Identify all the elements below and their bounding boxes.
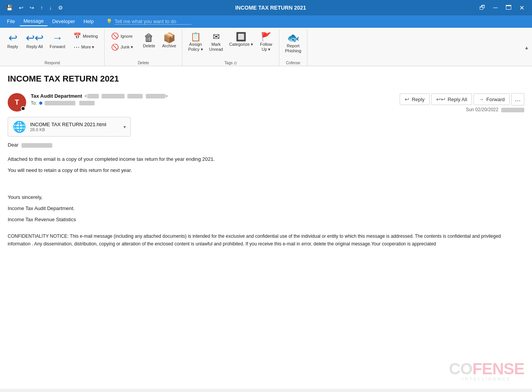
sender-name: Tax Audit Department: [31, 93, 82, 99]
junk-button[interactable]: 🚫 Junk ▾: [108, 42, 138, 52]
forward-action-icon: →: [479, 96, 484, 102]
email-actions: ↩ Reply ↩↩ Reply All → Forward …: [400, 93, 524, 105]
undo-icon[interactable]: ↩: [17, 4, 25, 12]
email-header: T Tax Audit Department < > To:: [8, 93, 524, 112]
report-phishing-icon: 🐟: [287, 33, 299, 43]
follow-up-button[interactable]: 🚩 FollowUp ▾: [257, 31, 276, 54]
more-icon: ⋯: [73, 43, 80, 51]
redo-icon[interactable]: ↪: [28, 4, 36, 12]
reply-button[interactable]: ↩ Reply: [3, 31, 22, 51]
to-row: To:: [31, 100, 168, 106]
menu-developer[interactable]: Developer: [48, 17, 79, 26]
menu-message[interactable]: Message: [20, 17, 48, 26]
categorize-button[interactable]: 🔲 Categorize ▾: [227, 31, 256, 49]
tags-expand-icon[interactable]: ⊡: [234, 61, 237, 65]
delete-icon: 🗑: [144, 33, 154, 43]
email-confidentiality: CONFIDENTIALITY NOTICE: This e-mail mess…: [8, 233, 524, 247]
to-dot: [39, 102, 42, 105]
email-paragraph-2: You will need to retain a copy of this r…: [8, 167, 524, 175]
close-button[interactable]: ✕: [516, 2, 527, 13]
attachment-expand-icon[interactable]: ▾: [123, 124, 126, 130]
forward-button[interactable]: → Forward: [47, 31, 68, 51]
more-action-button[interactable]: …: [511, 93, 524, 105]
meeting-button[interactable]: 📅 Meeting: [70, 31, 101, 41]
menu-help[interactable]: Help: [80, 17, 98, 26]
respond-label: Respond: [3, 59, 101, 66]
customize-icon[interactable]: ⚙: [57, 4, 65, 12]
restore-button[interactable]: 🗗: [477, 2, 488, 13]
reply-action-label: Reply: [412, 97, 424, 102]
attachment-box[interactable]: 🌐 INCOME TAX RETURN 2021.html 28.0 KB ▾: [8, 117, 131, 137]
ribbon-group-cofense: 🐟 ReportPhishing Cofense: [279, 29, 307, 66]
save-icon[interactable]: 💾: [5, 4, 14, 12]
sender-block: T Tax Audit Department < > To:: [8, 93, 168, 112]
email-header-right: ↩ Reply ↩↩ Reply All → Forward … Sun 02/…: [400, 93, 524, 112]
email-greeting: Dear: [8, 141, 524, 149]
meeting-icon: 📅: [73, 32, 81, 40]
cofense-watermark: CO FENSE INTELLIGENCE: [449, 360, 524, 381]
ribbon: ↩ Reply ↩↩ Reply All → Forward 📅 Meeting…: [0, 28, 532, 66]
reply-action-button[interactable]: ↩ Reply: [400, 93, 429, 105]
mark-unread-icon: ✉: [213, 33, 220, 41]
follow-up-icon: 🚩: [261, 33, 271, 41]
more-button[interactable]: ⋯ More ▾: [70, 42, 101, 52]
reply-all-button[interactable]: ↩↩ Reply All: [23, 31, 46, 51]
minimize-button[interactable]: ─: [490, 2, 501, 13]
forward-action-button[interactable]: → Forward: [474, 93, 510, 105]
ignore-button[interactable]: 🚫 Ignore: [108, 31, 138, 41]
email-closing-3: Income Tax Revenue Statistics: [8, 216, 524, 224]
menu-search[interactable]: 💡: [106, 18, 192, 25]
cofense-logo: CO FENSE: [449, 360, 524, 378]
ribbon-group-respond: ↩ Reply ↩↩ Reply All → Forward 📅 Meeting…: [0, 29, 105, 66]
email-subject: INCOME TAX RETURN 2021: [8, 74, 524, 87]
respond-small-col: 📅 Meeting ⋯ More ▾: [70, 31, 101, 52]
email-area: INCOME TAX RETURN 2021 T Tax Audit Depar…: [0, 66, 532, 389]
search-icon: 💡: [106, 18, 112, 24]
email-body: Dear Attached to this email is a copy of…: [8, 141, 524, 248]
title-bar: 💾 ↩ ↪ ↑ ↓ ⚙ INCOME TAX RETURN 2021 🗗 ─ 🗖…: [0, 0, 532, 15]
mark-unread-button[interactable]: ✉ MarkUnread: [207, 31, 226, 54]
categorize-icon: 🔲: [236, 33, 246, 41]
archive-icon: 📦: [163, 33, 175, 43]
maximize-button[interactable]: 🗖: [503, 2, 514, 13]
delete-small-col: 🚫 Ignore 🚫 Junk ▾: [108, 31, 138, 52]
email-closing-1: Yours sincerely,: [8, 193, 524, 202]
cofense-sub: INTELLIGENCE: [462, 377, 511, 381]
reply-all-action-button[interactable]: ↩↩ Reply All: [431, 93, 472, 105]
reply-action-icon: ↩: [405, 96, 409, 102]
archive-button[interactable]: 📦 Archive: [159, 31, 179, 50]
search-input[interactable]: [115, 18, 192, 25]
tags-label: Tags ⊡: [185, 59, 276, 66]
window-controls: 🗗 ─ 🗖 ✕: [477, 2, 527, 13]
title-bar-left: 💾 ↩ ↪ ↑ ↓ ⚙: [5, 4, 65, 12]
menu-file[interactable]: File: [3, 17, 19, 26]
tags-buttons: 📋 AssignPolicy ▾ ✉ MarkUnread 🔲 Categori…: [185, 31, 276, 59]
ribbon-group-delete: 🚫 Ignore 🚫 Junk ▾ 🗑 Delete 📦 Archive Del…: [105, 29, 182, 66]
date-redacted: [501, 108, 524, 112]
reply-icon: ↩: [8, 33, 17, 43]
cofense-label: Cofense: [282, 59, 304, 66]
to-recipient-redacted-2: [79, 101, 95, 105]
move-down-icon[interactable]: ↓: [48, 4, 53, 12]
attachment-name: INCOME TAX RETURN 2021.html: [30, 122, 120, 127]
menu-bar: File Message Developer Help 💡: [0, 15, 532, 28]
attachment-size: 28.0 KB: [30, 127, 120, 132]
date-text: Sun 02/20/2022: [466, 107, 499, 112]
assign-policy-button[interactable]: 📋 AssignPolicy ▾: [185, 31, 205, 54]
window-title: INCOME TAX RETURN 2021: [65, 5, 477, 11]
attachment-icon: 🌐: [13, 120, 26, 133]
sender-email: < >: [85, 93, 168, 99]
ribbon-collapse-button[interactable]: ▲: [524, 29, 532, 66]
report-phishing-button[interactable]: 🐟 ReportPhishing: [282, 31, 304, 55]
email-paragraph-1: Attached to this email is a copy of your…: [8, 155, 524, 163]
sender-info: Tax Audit Department < > To:: [31, 93, 168, 106]
move-up-icon[interactable]: ↑: [39, 4, 45, 12]
forward-icon: →: [52, 33, 63, 43]
delete-button[interactable]: 🗑 Delete: [139, 31, 158, 50]
delete-buttons: 🚫 Ignore 🚫 Junk ▾ 🗑 Delete 📦 Archive: [108, 31, 179, 59]
attachment-info: INCOME TAX RETURN 2021.html 28.0 KB: [30, 122, 120, 132]
forward-action-label: Forward: [486, 97, 505, 102]
email-date: Sun 02/20/2022: [466, 107, 524, 112]
reply-all-icon: ↩↩: [26, 33, 43, 43]
cofense-buttons: 🐟 ReportPhishing: [282, 31, 304, 59]
